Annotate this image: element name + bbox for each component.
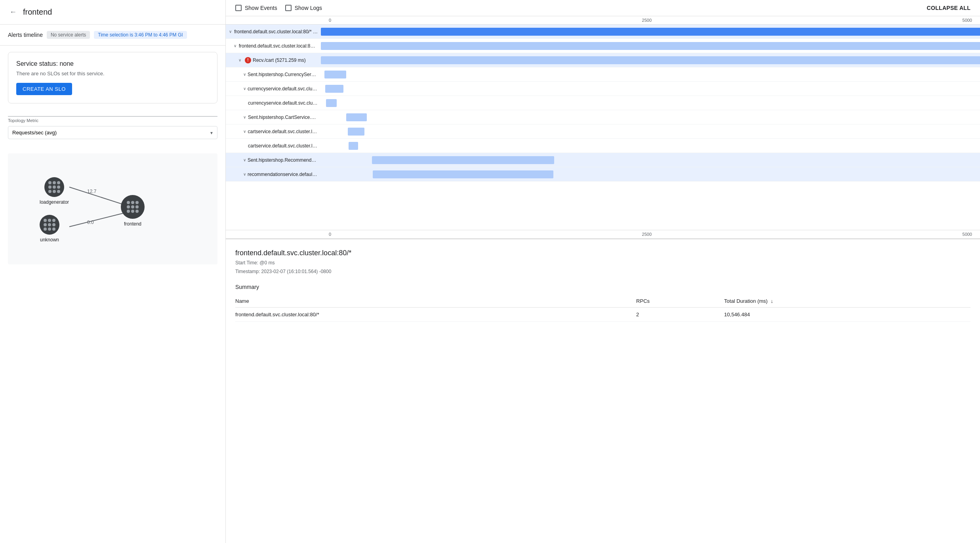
page-title: frontend — [23, 8, 52, 17]
create-slo-button[interactable]: CREATE AN SLO — [16, 83, 72, 95]
show-logs-checkbox[interactable]: Show Logs — [285, 5, 322, 11]
trace-row-label: ∨Sent.hipstershop.RecommendationService.… — [226, 157, 321, 163]
show-events-checkbox[interactable]: Show Events — [235, 5, 277, 11]
show-logs-label: Show Logs — [295, 5, 322, 11]
table-cell-rpcs: 2 — [636, 308, 724, 322]
sort-icon[interactable]: ↓ — [771, 298, 774, 304]
topology-metric-label: Topology Metric — [8, 116, 217, 123]
chart-scale-bottom: 0 2500 5000 — [321, 232, 980, 237]
trace-span-label: recommendationservice.default.svc.cluste… — [248, 172, 318, 177]
node-dots-frontend — [127, 201, 139, 213]
trace-row[interactable]: ∨!Recv./cart (5271.259 ms) — [226, 53, 980, 67]
table-row: frontend.default.svc.cluster.local:80/*2… — [235, 308, 970, 322]
trace-row[interactable]: ∨Sent.hipstershop.CurrencyService.GetSup… — [226, 67, 980, 82]
chevron-icon[interactable]: ∨ — [243, 115, 246, 119]
collapse-all-button[interactable]: COLLAPSE ALL — [927, 5, 970, 11]
trace-bar — [321, 42, 980, 50]
trace-row[interactable]: ∨frontend.default.svc.cluster.local:80/*… — [226, 25, 980, 39]
svg-text:12.7: 12.7 — [87, 189, 97, 194]
trace-row-label: ∨Sent.hipstershop.CartService.GetCart (4… — [226, 115, 321, 120]
trace-row[interactable]: cartservice.default.svc.cluster.local:70… — [226, 139, 980, 153]
svg-line-0 — [69, 187, 125, 205]
chevron-icon[interactable]: ∨ — [238, 58, 243, 62]
topology-svg: 12.7 0.0 — [8, 153, 217, 264]
time-selection-badge: Time selection is 3:46 PM to 4:46 PM GI — [94, 31, 187, 39]
trace-row-label: cartservice.default.svc.cluster.local:70… — [226, 143, 321, 149]
trace-row[interactable]: ∨frontend.default.svc.cluster.local:80/*… — [226, 39, 980, 53]
detail-meta: Start Time: @0 ms Timestamp: 2023-02-07 … — [235, 259, 970, 276]
header-bar: ← frontend — [0, 0, 225, 25]
alerts-label: Alerts timeline — [8, 32, 43, 38]
trace-bar — [326, 99, 337, 107]
topology-select-wrapper: Requests/sec (avg) Error rate Latency — [8, 126, 217, 139]
table-cell-name: frontend.default.svc.cluster.local:80/* — [235, 308, 636, 322]
node-unknown[interactable]: unknown — [40, 215, 59, 243]
scale-bottom-2500: 2500 — [642, 232, 652, 237]
trace-span-label: frontend.default.svc.cluster.local:80/* … — [239, 43, 318, 49]
scale-bottom-0: 0 — [329, 232, 331, 237]
trace-bar — [325, 85, 343, 93]
detail-title: frontend.default.svc.cluster.local:80/* — [235, 249, 970, 257]
trace-bar — [324, 71, 346, 78]
trace-row-label: ∨frontend.default.svc.cluster.local:80/*… — [226, 43, 321, 49]
node-frontend[interactable]: frontend — [121, 195, 145, 227]
chevron-icon[interactable]: ∨ — [234, 44, 237, 48]
chevron-icon[interactable]: ∨ — [243, 158, 246, 162]
trace-row[interactable]: ∨currencyservice.default.svc.cluster.loc… — [226, 82, 980, 96]
alerts-section: Alerts timeline No service alerts Time s… — [0, 25, 225, 46]
chevron-icon[interactable]: ∨ — [243, 172, 246, 176]
topology-section: Topology Metric Requests/sec (avg) Error… — [8, 110, 217, 145]
chart-scale-top: 0 2500 5000 — [321, 18, 980, 23]
chevron-icon[interactable]: ∨ — [243, 129, 246, 134]
col-duration: Total Duration (ms) ↓ — [724, 295, 970, 308]
trace-span-label: Sent.hipstershop.CurrencyService.GetSupp… — [248, 72, 318, 77]
back-button[interactable]: ← — [8, 6, 18, 18]
chevron-icon[interactable]: ∨ — [243, 86, 246, 91]
trace-bar — [321, 56, 980, 64]
node-loadgenerator[interactable]: loadgenerator — [40, 177, 69, 205]
trace-span-label: Sent.hipstershop.RecommendationService.L… — [248, 157, 318, 163]
show-events-label: Show Events — [245, 5, 277, 11]
show-logs-checkbox-box — [285, 5, 292, 11]
no-service-alerts-badge: No service alerts — [47, 31, 90, 39]
trace-span-label: Recv./cart (5271.259 ms) — [253, 57, 306, 63]
trace-row-label: ∨currencyservice.default.svc.cluster.loc… — [226, 86, 321, 92]
scale-5000: 5000 — [963, 18, 972, 23]
trace-row[interactable]: currencyservice.default.svc.cluster.loca… — [226, 96, 980, 110]
topology-metric-select[interactable]: Requests/sec (avg) Error rate Latency — [8, 126, 217, 139]
chart-header: 0 2500 5000 — [226, 16, 980, 25]
svg-line-2 — [69, 213, 125, 227]
detail-timestamp: Timestamp: 2023-02-07 (16:10:01.564) -08… — [235, 268, 970, 276]
trace-bar — [373, 170, 553, 178]
trace-chart-area: 0 2500 5000 ∨frontend.default.svc.cluste… — [226, 16, 980, 238]
error-icon: ! — [245, 57, 251, 63]
topology-graph: 12.7 0.0 loadgenerator — [8, 153, 217, 264]
trace-row-label: ∨cartservice.default.svc.cluster.local:7… — [226, 129, 321, 134]
trace-row-label: ∨Sent.hipstershop.CurrencyService.GetSup… — [226, 72, 321, 77]
trace-bar — [348, 128, 364, 136]
trace-row-label: currencyservice.default.svc.cluster.loca… — [226, 100, 321, 106]
service-status-title: Service status: none — [16, 60, 209, 67]
scale-bottom-5000: 5000 — [963, 232, 972, 237]
trace-row[interactable]: ∨Sent.hipstershop.RecommendationService.… — [226, 153, 980, 167]
chevron-icon[interactable]: ∨ — [243, 72, 246, 76]
chevron-icon[interactable]: ∨ — [229, 29, 233, 34]
col-rpcs: RPCs — [636, 295, 724, 308]
service-status-desc: There are no SLOs set for this service. — [16, 71, 209, 76]
node-label-unknown: unknown — [40, 237, 59, 243]
trace-row[interactable]: ∨Sent.hipstershop.CartService.GetCart (4… — [226, 110, 980, 124]
svg-text:0.0: 0.0 — [87, 220, 94, 225]
detail-table: Name RPCs Total Duration (ms) ↓ frontend… — [235, 295, 970, 322]
trace-row[interactable]: ∨cartservice.default.svc.cluster.local:7… — [226, 124, 980, 139]
node-dots-loadgenerator — [48, 181, 60, 193]
trace-row-label: ∨!Recv./cart (5271.259 ms) — [226, 57, 321, 63]
show-events-checkbox-box — [235, 5, 242, 11]
trace-row[interactable]: ∨recommendationservice.default.svc.clust… — [226, 167, 980, 182]
trace-rows: ∨frontend.default.svc.cluster.local:80/*… — [226, 25, 980, 230]
trace-row-label: ∨recommendationservice.default.svc.clust… — [226, 172, 321, 177]
node-dots-unknown — [44, 219, 55, 231]
trace-span-label: frontend.default.svc.cluster.local:80/* … — [234, 29, 318, 34]
node-label-loadgenerator: loadgenerator — [40, 199, 69, 205]
detail-summary-label: Summary — [235, 284, 970, 290]
scale-2500: 2500 — [642, 18, 652, 23]
